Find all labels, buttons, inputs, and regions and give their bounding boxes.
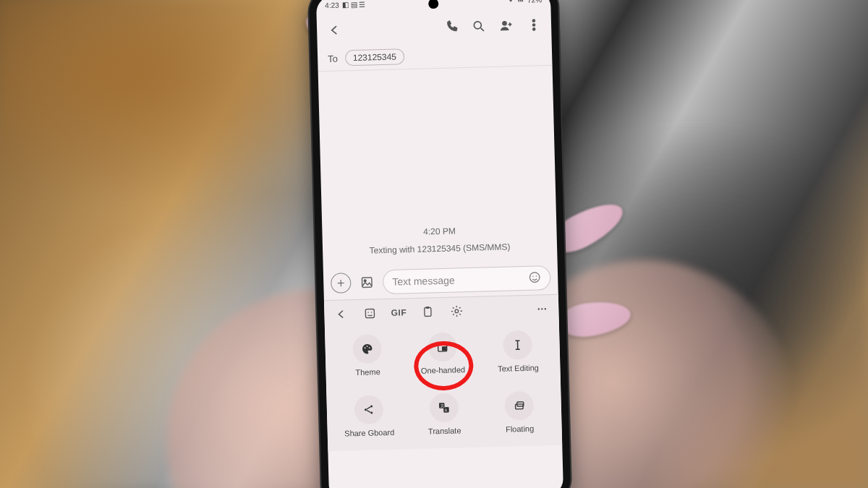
- svg-point-12: [371, 312, 373, 313]
- svg-point-18: [545, 308, 546, 309]
- translate-icon: 文A: [429, 393, 459, 422]
- tile-label: Text Editing: [498, 363, 539, 372]
- svg-point-24: [365, 408, 367, 411]
- svg-point-2: [532, 20, 535, 22]
- tile-label: Theme: [355, 367, 380, 377]
- svg-point-4: [533, 28, 535, 30]
- tile-one-handed[interactable]: One-handed: [404, 332, 480, 376]
- svg-rect-5: [362, 278, 372, 288]
- tile-floating[interactable]: Floating: [481, 390, 557, 435]
- tile-text-editing[interactable]: Text Editing: [480, 330, 556, 374]
- to-label: To: [328, 53, 338, 64]
- sticker-icon[interactable]: [360, 304, 380, 323]
- text-editing-icon: [503, 330, 532, 360]
- phone-frame: 4:23 ◧ ▤ ☰ 72% To: [309, 0, 571, 488]
- svg-point-0: [474, 22, 481, 29]
- gallery-button[interactable]: [357, 272, 378, 293]
- status-notif-icons: ◧ ▤ ☰: [342, 0, 366, 9]
- back-button[interactable]: [324, 20, 345, 40]
- search-button[interactable]: [469, 16, 490, 37]
- call-button[interactable]: [441, 17, 462, 38]
- tile-label: Floating: [506, 424, 534, 434]
- clipboard-icon[interactable]: [418, 302, 438, 322]
- svg-rect-10: [365, 309, 374, 317]
- svg-point-11: [367, 312, 369, 313]
- one-handed-icon: [427, 332, 457, 361]
- svg-point-15: [455, 309, 459, 313]
- svg-point-3: [533, 24, 535, 26]
- svg-point-6: [364, 280, 366, 282]
- tile-theme[interactable]: Theme: [329, 333, 405, 377]
- svg-rect-13: [425, 307, 431, 316]
- emoji-icon[interactable]: [528, 270, 542, 286]
- status-signal-icon: [517, 0, 524, 4]
- conversation-info: Texting with 123125345 (SMS/MMS): [370, 241, 511, 255]
- attach-button[interactable]: [331, 273, 352, 294]
- message-input[interactable]: Text message: [383, 265, 551, 294]
- floating-icon: [504, 391, 534, 421]
- palette-icon: [352, 334, 382, 364]
- kb-back-icon[interactable]: [331, 304, 351, 324]
- svg-point-16: [538, 308, 540, 309]
- tile-translate[interactable]: 文A Translate: [406, 393, 482, 437]
- svg-point-26: [370, 412, 373, 414]
- tile-label: One-handed: [421, 365, 465, 375]
- tile-share-gboard[interactable]: Share Gboard: [331, 394, 407, 438]
- status-battery: 72%: [527, 0, 542, 4]
- add-contact-button[interactable]: [496, 15, 517, 36]
- recipient-chip[interactable]: 123125345: [345, 48, 405, 66]
- svg-point-17: [541, 308, 542, 309]
- share-icon: [354, 395, 383, 424]
- status-time: 4:23: [325, 1, 339, 9]
- tile-label: Share Gboard: [344, 428, 394, 438]
- svg-point-9: [536, 275, 537, 277]
- svg-point-1: [503, 22, 506, 25]
- svg-text:文: 文: [440, 403, 443, 408]
- svg-point-7: [529, 272, 540, 282]
- keyboard-options-grid: Theme One-handed Text Editing Share Gboa…: [325, 322, 562, 451]
- svg-point-25: [370, 406, 373, 408]
- svg-rect-23: [442, 346, 446, 351]
- settings-icon[interactable]: [447, 301, 467, 321]
- conversation-area[interactable]: 4:20 PM Texting with 123125345 (SMS/MMS): [318, 66, 558, 267]
- message-placeholder: Text message: [392, 274, 455, 287]
- svg-text:A: A: [445, 408, 448, 412]
- svg-point-8: [532, 275, 534, 277]
- svg-rect-14: [426, 307, 430, 309]
- kb-more-icon[interactable]: [532, 299, 552, 319]
- more-button[interactable]: [524, 14, 545, 35]
- conversation-timestamp: 4:20 PM: [423, 226, 456, 236]
- gif-button[interactable]: GIF: [389, 303, 409, 322]
- keyboard-panel: GIF Theme One-hand: [324, 294, 562, 451]
- status-wifi-icon: [507, 0, 514, 4]
- tile-label: Translate: [428, 426, 461, 435]
